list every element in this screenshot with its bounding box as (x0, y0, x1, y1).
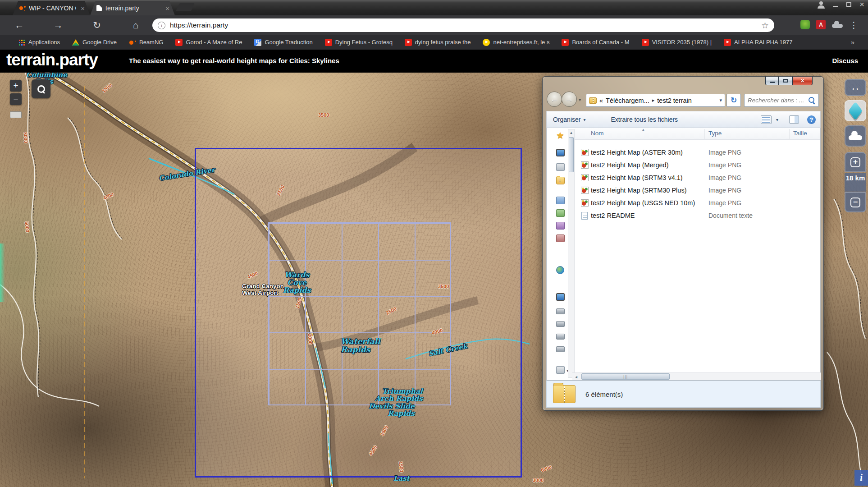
close-tab-icon[interactable]: × (80, 5, 86, 12)
bookmark-alpha-ralpha[interactable]: ALPHA RALPHA 1977 (724, 39, 792, 46)
zoom-out-button[interactable]: − (10, 93, 22, 105)
bookmark-gorod[interactable]: Gorod - A Maze of Re (175, 39, 242, 46)
resize-selection-button[interactable]: ↔ (845, 79, 866, 96)
browser-menu-icon[interactable]: ⋮ (850, 20, 858, 30)
bookmark-applications[interactable]: Applications (18, 39, 60, 46)
new-tab-button[interactable] (176, 3, 195, 11)
bookmark-boards-of-canada[interactable]: Boards of Canada - M (562, 39, 629, 46)
desktop-icon[interactable] (556, 149, 565, 156)
preview-pane-icon[interactable] (789, 115, 799, 124)
forward-icon[interactable]: → (39, 20, 78, 31)
address-breadcrumb[interactable]: « Téléchargem... ▸ test2 terrain ▾ (586, 94, 725, 107)
network-globe-icon[interactable] (556, 266, 564, 274)
music-library-icon[interactable] (556, 222, 565, 230)
printer-device-icon[interactable] (556, 366, 565, 374)
back-icon[interactable]: ← (0, 20, 39, 31)
videos-library-icon[interactable] (556, 234, 565, 242)
url-input[interactable] (170, 21, 757, 29)
map-label-waterfall-rapids: WaterfallRapids (341, 337, 380, 354)
close-tab-icon[interactable]: × (164, 5, 170, 12)
bookmark-google-drive[interactable]: Google Drive (72, 39, 117, 46)
navigation-pane[interactable]: ★ ▾ ▲ (547, 128, 575, 380)
bookmark-net-entreprises[interactable]: net-entreprises.fr, le s (483, 39, 549, 46)
pictures-library-icon[interactable] (556, 209, 565, 217)
file-row[interactable]: test2 Height Map (SRTM3 v4.1) Image PNG (575, 171, 820, 184)
scale-zoom-in-button[interactable]: + (845, 152, 866, 172)
minimize-window-icon[interactable] (833, 6, 838, 7)
column-header-size[interactable]: Taille (793, 130, 807, 137)
minimize-button[interactable] (765, 77, 779, 85)
explorer-search-box[interactable] (744, 94, 819, 107)
file-row[interactable]: test2 Height Map (SRTM30 Plus) Image PNG (575, 184, 820, 197)
drive-icon[interactable] (556, 334, 565, 340)
documents-library-icon[interactable] (556, 197, 565, 204)
breadcrumb-current[interactable]: test2 terrain (657, 97, 692, 104)
close-button[interactable]: × (793, 77, 813, 85)
change-view-icon[interactable] (761, 115, 772, 124)
file-row[interactable]: test2 Height Map (ASTER 30m) Image PNG (575, 146, 820, 159)
profile-icon[interactable] (818, 1, 825, 8)
column-header-type[interactable]: Type (708, 130, 722, 137)
bookmark-beamng[interactable]: BeamNG (129, 39, 163, 46)
bookmarks-overflow-chevron[interactable]: » (851, 38, 854, 46)
column-header-name[interactable]: Nom (591, 130, 604, 137)
favorites-star-icon[interactable]: ★ (556, 132, 565, 139)
file-row[interactable]: test2 README Document texte (575, 209, 820, 222)
bookmark-dying-fetus[interactable]: Dying Fetus - Grotesq (325, 39, 393, 46)
back-button[interactable]: ← (547, 92, 562, 107)
tile-diamond-icon (848, 101, 863, 120)
pdf-extension-icon[interactable]: A (816, 20, 826, 29)
sidebar-scrollbar[interactable]: ▲ (568, 129, 575, 378)
horizontal-scrollbar[interactable]: ◂ ||| (572, 372, 821, 380)
view-dropdown-icon[interactable]: ▾ (776, 117, 778, 122)
breadcrumb-overflow[interactable]: « (599, 97, 603, 104)
info-button[interactable]: i (854, 470, 868, 486)
file-list-pane[interactable]: ▴ Nom Type Taille test2 Height Map (ASTE… (575, 128, 820, 380)
drive-icon[interactable] (556, 308, 565, 314)
scroll-left-icon[interactable]: ◂ (572, 373, 580, 380)
scrollbar-thumb[interactable]: ||| (581, 373, 670, 380)
recent-pages-dropdown-icon[interactable]: ▾ (579, 97, 581, 103)
map-search-button[interactable] (32, 79, 50, 98)
file-row[interactable]: test2 Height Map (Merged) Image PNG (575, 159, 820, 171)
drive-icon[interactable] (556, 321, 565, 327)
bookmark-star-icon[interactable]: ☆ (761, 20, 769, 31)
zoom-slider-handle[interactable] (10, 111, 22, 118)
drive-icon[interactable] (556, 346, 565, 352)
tab-terrain-party[interactable]: terrain.party × (90, 1, 175, 15)
download-heightmap-button[interactable] (845, 125, 866, 147)
maximize-button[interactable] (779, 77, 793, 85)
discuss-link[interactable]: Discuss (832, 57, 858, 64)
close-window-icon[interactable]: × (859, 1, 864, 8)
extension-icons: A (800, 20, 843, 29)
explorer-window[interactable]: × ← → ▾ « Téléchargem... ▸ test2 terrain… (542, 76, 824, 411)
refresh-button[interactable]: ↻ (726, 94, 741, 107)
help-icon[interactable]: ? (807, 115, 816, 124)
downloads-folder-icon[interactable] (556, 177, 565, 184)
scrollbar-thumb[interactable] (569, 137, 574, 172)
maximize-window-icon[interactable] (846, 2, 851, 7)
address-dropdown-icon[interactable]: ▾ (719, 97, 722, 103)
adblock-extension-icon[interactable] (800, 20, 810, 29)
forward-button[interactable]: → (562, 92, 577, 107)
reload-icon[interactable]: ↻ (78, 20, 116, 31)
zoom-in-button[interactable]: + (10, 80, 22, 92)
home-icon[interactable]: ⌂ (116, 20, 155, 31)
computer-icon[interactable] (556, 293, 565, 301)
tile-3d-button[interactable] (845, 100, 866, 121)
recent-places-icon[interactable] (556, 163, 565, 171)
file-row[interactable]: test2 Height Map (USGS NED 10m) Image PN… (575, 197, 820, 209)
scale-zoom-out-button[interactable]: − (845, 192, 866, 212)
bookmark-dying-fetus-praise[interactable]: dying fetus praise the (405, 39, 471, 46)
breadcrumb-parent[interactable]: Téléchargem... (606, 97, 649, 104)
site-info-icon[interactable]: i (158, 22, 165, 29)
scroll-up-icon[interactable]: ▲ (568, 129, 574, 136)
extract-all-button[interactable]: Extraire tous les fichiers (605, 116, 685, 123)
bookmark-visitor-2035[interactable]: VISITOR 2035 (1978) | (642, 39, 712, 46)
tab-beamng-forum[interactable]: WIP - CANYON OF SPEE × (13, 1, 90, 15)
search-input[interactable] (748, 97, 806, 104)
cloud-extension-icon[interactable] (832, 22, 843, 28)
organize-menu[interactable]: Organiser ▾ (547, 116, 592, 123)
omnibox[interactable]: i ☆ (152, 18, 774, 32)
bookmark-google-traduction[interactable]: Google Traduction (254, 39, 312, 46)
